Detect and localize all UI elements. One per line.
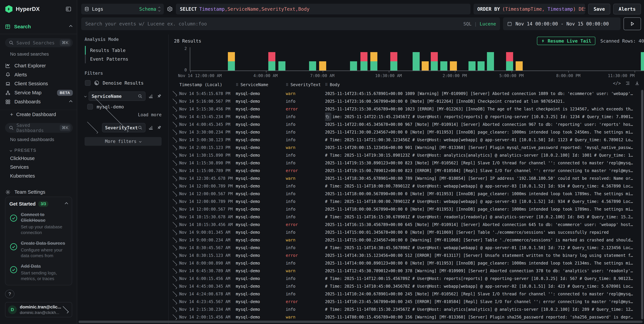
run-query-button[interactable] — [624, 17, 641, 30]
expand-chevron-icon[interactable] — [172, 114, 177, 120]
table-row[interactable]: Nov 14 9:00:00.234 AM mysql-demo warn 20… — [171, 236, 644, 244]
code-view-icon[interactable]: </> — [613, 81, 621, 86]
resume-live-tail-button[interactable]: Resume Live Tail — [537, 37, 595, 45]
expand-chevron-icon[interactable] — [172, 168, 177, 173]
row-density-icon[interactable] — [625, 81, 630, 86]
load-more[interactable]: Load more — [87, 112, 162, 117]
table-row[interactable]: Nov 14 10:15:30.456 AM mysql-demo error … — [171, 221, 644, 228]
table-row[interactable]: Nov 14 12:00:00.789 PM mysql-demo info #… — [171, 198, 644, 205]
expand-chevron-icon[interactable] — [172, 284, 177, 289]
sidebar-item-services[interactable]: Services — [10, 163, 74, 171]
help-button[interactable]: ? — [5, 290, 14, 298]
table-row[interactable]: Nov 14 12:00:00.789 PM mysql-demo info #… — [171, 182, 644, 190]
column-header-servicename[interactable]: ⠿ServiceName — [236, 82, 286, 87]
sidebar-item-service-map[interactable]: Service Map BETA — [5, 88, 74, 97]
table-row[interactable]: Nov 14 1:30:15.890 PM mysql-demo info # … — [171, 152, 644, 159]
table-row[interactable]: Nov 14 2:00:15.456 AM mysql-demo warn 20… — [171, 313, 644, 321]
chevron-up-icon[interactable] — [69, 25, 72, 28]
table-row[interactable]: Nov 14 8:30:45.567 AM mysql-demo info # … — [171, 244, 644, 252]
get-started-item[interactable]: Create Data SourcesConfigure where your … — [10, 241, 68, 259]
expand-chevron-icon[interactable] — [172, 314, 177, 320]
expand-chevron-icon[interactable] — [172, 260, 177, 266]
drag-grip-icon[interactable]: ⠿ — [325, 83, 328, 87]
pin-icon[interactable] — [156, 94, 162, 99]
mode-results-table[interactable]: Results Table — [85, 46, 162, 55]
expand-chevron-icon[interactable] — [172, 191, 177, 196]
vertical-scrollbar[interactable] — [641, 90, 643, 319]
source-settings-gear-icon[interactable] — [167, 6, 173, 12]
table-row[interactable]: Nov 14 12:30:45.678 PM mysql-demo warn 2… — [171, 174, 644, 182]
table-row[interactable]: Nov 14 5:16:00.567 PM mysql-demo info 20… — [171, 98, 644, 105]
expand-chevron-icon[interactable] — [172, 199, 177, 204]
table-row[interactable]: Nov 14 2:15:30.234 AM mysql-demo info # … — [171, 306, 644, 313]
more-filters-button[interactable]: More filters — [84, 137, 162, 146]
facet-servicename[interactable]: ServiceName — [88, 91, 146, 101]
drag-grip-icon[interactable]: ⠿ — [286, 83, 288, 87]
column-header-severitytext[interactable]: ⠿SeverityText — [286, 82, 325, 87]
expand-chevron-icon[interactable] — [172, 276, 177, 281]
search-icon[interactable] — [138, 125, 142, 130]
create-dashboard-button[interactable]: + Create Dashboard — [10, 110, 74, 119]
expand-chevron-icon[interactable] — [172, 214, 177, 220]
facet-chart-icon[interactable] — [148, 94, 154, 99]
chevron-up-icon[interactable] — [65, 202, 68, 206]
table-row[interactable]: Nov 14 4:15:45.234 PM mysql-demo info im… — [171, 113, 644, 121]
get-started-item[interactable]: Connect to ClickHouseSet up your databas… — [10, 212, 68, 236]
select-clause-input[interactable]: SELECT Timestamp,ServiceName,SeverityTex… — [176, 4, 470, 14]
sidebar-item-team-settings[interactable]: Team Settings — [5, 188, 74, 197]
expand-chevron-icon[interactable] — [172, 153, 177, 158]
expand-chevron-icon[interactable] — [172, 175, 177, 181]
expand-chevron-icon[interactable] — [172, 222, 177, 227]
sidebar-item-client-sessions[interactable]: Client Sessions — [5, 79, 74, 88]
facet-value-checkbox[interactable] — [87, 104, 93, 110]
sidebar-item-clickhouse[interactable]: ClickHouse — [10, 154, 74, 163]
sidebar-item-dashboards[interactable]: Dashboards — [5, 97, 74, 106]
table-row[interactable]: Nov 14 5:15:30.456 PM mysql-demo error 2… — [171, 105, 644, 113]
expand-chevron-icon[interactable] — [172, 253, 177, 258]
expand-chevron-icon[interactable] — [172, 145, 177, 150]
pin-icon[interactable] — [156, 125, 162, 130]
sidebar-item-chart-explorer[interactable]: Chart Explorer — [5, 61, 74, 70]
table-row[interactable]: Nov 14 8:30:15.123 AM mysql-demo error 2… — [171, 252, 644, 259]
source-select[interactable]: Logs Schema — [81, 4, 164, 14]
sidebar-item-kubernetes[interactable]: Kubernetes — [10, 171, 74, 180]
expand-chevron-icon[interactable] — [172, 122, 177, 127]
saved-searches-input[interactable]: Saved Searches ⌘K — [5, 38, 73, 47]
expand-chevron-icon[interactable] — [172, 183, 177, 189]
table-row[interactable]: Nov 14 1:15:30.890 PM mysql-demo info 20… — [171, 159, 644, 167]
expand-chevron-icon[interactable] — [172, 291, 177, 297]
expand-chevron-icon[interactable] — [172, 137, 177, 143]
table-row[interactable]: Nov 14 4:24:00.678 AM mysql-demo info 20… — [171, 290, 644, 298]
expand-chevron-icon[interactable] — [172, 268, 177, 274]
expand-chevron-icon[interactable] — [172, 106, 177, 112]
expand-chevron-icon[interactable] — [172, 307, 177, 312]
table-row[interactable]: Nov 14 6:00:15.456 AM mysql-demo info # … — [171, 275, 644, 283]
table-row[interactable]: Nov 14 12:00:00.567 PM mysql-demo info 2… — [171, 205, 644, 213]
expand-chevron-icon[interactable] — [172, 91, 177, 96]
expand-chevron-icon[interactable] — [172, 206, 177, 212]
copy-icon[interactable] — [325, 113, 332, 121]
facet-chart-icon[interactable] — [148, 125, 154, 130]
presets-toggle[interactable]: PRESETS — [10, 147, 74, 154]
chevron-down-icon[interactable] — [84, 95, 86, 97]
drag-grip-icon[interactable]: ⠿ — [236, 83, 238, 87]
download-icon[interactable] — [634, 81, 640, 86]
table-row[interactable]: Nov 14 3:00:30.123 PM mysql-demo info # … — [171, 136, 644, 144]
expand-chevron-icon[interactable] — [172, 129, 177, 135]
table-row[interactable]: Nov 14 12:00:00.567 PM mysql-demo info 2… — [171, 190, 644, 198]
chevron-up-icon[interactable] — [69, 100, 72, 104]
table-row[interactable]: Nov 14 8:00:00.890 AM mysql-demo info 20… — [171, 259, 644, 267]
table-row[interactable]: Nov 14 6:45:30.789 AM mysql-demo warn 20… — [171, 267, 644, 275]
order-by-input[interactable]: ORDER BY (TimestampTime, Timestamp) DESC — [474, 4, 585, 14]
table-row[interactable]: Nov 14 4:23:45.567 AM mysql-demo error 2… — [171, 298, 644, 306]
date-range-picker[interactable]: Nov 14 00:00:00 - Nov 15 00:00:00 — [503, 17, 620, 30]
denoise-checkbox[interactable] — [85, 80, 90, 86]
mode-event-patterns[interactable]: Event Patterns — [85, 55, 162, 63]
column-header-body[interactable]: ⠿Body — [325, 82, 644, 87]
alerts-button[interactable]: Alerts — [613, 4, 641, 14]
user-menu[interactable]: D dominic.tran@clic... dominic.tran@clic… — [5, 302, 72, 317]
expand-chevron-icon[interactable] — [172, 99, 177, 104]
sidebar-item-alerts[interactable]: Alerts — [5, 70, 74, 79]
histogram-plot[interactable] — [190, 47, 644, 71]
search-icon[interactable] — [138, 94, 142, 99]
